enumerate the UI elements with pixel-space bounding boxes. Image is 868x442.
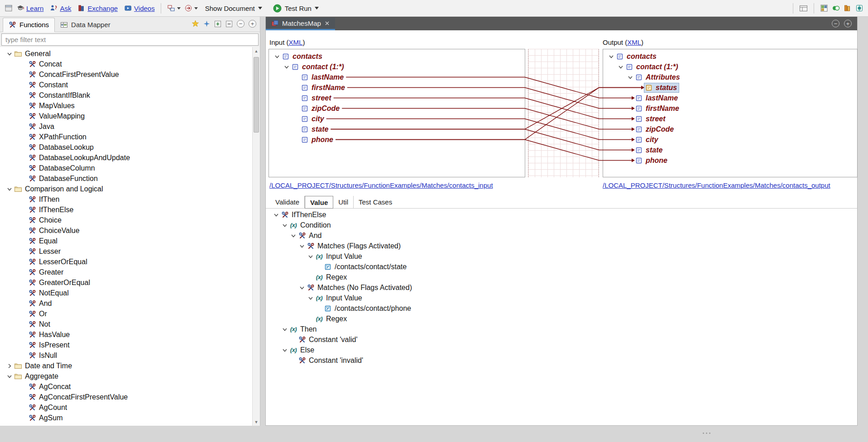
function-item[interactable]: AgConcat [0, 381, 252, 392]
chevron-down-icon[interactable] [7, 374, 12, 379]
tab-validate[interactable]: Validate [270, 196, 305, 208]
tab-util[interactable]: Util [333, 196, 354, 208]
chevron-down-icon[interactable] [274, 54, 280, 59]
learn-link[interactable]: Learn [16, 4, 43, 12]
function-category[interactable]: Date and Time [0, 361, 252, 371]
output-tree-item[interactable]: status [603, 82, 857, 93]
chevron-right-icon[interactable] [7, 363, 12, 369]
value-tree-item[interactable]: /contacts/contact/state [266, 261, 857, 272]
output-tree-item[interactable]: state [603, 145, 857, 155]
chevron-down-icon[interactable] [308, 295, 313, 301]
tab-test-cases[interactable]: Test Cases [354, 196, 397, 208]
input-tree-item[interactable]: lastName [269, 72, 525, 82]
input-tree-item[interactable]: phone [269, 134, 525, 145]
value-tree-item[interactable]: And [266, 230, 857, 241]
chevron-down-icon[interactable] [628, 75, 633, 80]
output-tree-item[interactable]: contact (1:*) [603, 62, 857, 72]
function-item[interactable]: XPathFunction [0, 132, 252, 142]
minimize-view-icon[interactable]: − [237, 20, 245, 28]
function-item[interactable]: ChoiceValue [0, 225, 252, 236]
value-tree-item[interactable]: (x)Else [266, 345, 857, 355]
output-tree-item[interactable]: zipCode [603, 124, 857, 134]
input-tree-item[interactable]: city [269, 114, 525, 124]
vertical-scrollbar[interactable]: ▲ ▼ [252, 47, 260, 426]
view-tab-data-mapper[interactable]: Data Mapper [55, 18, 116, 32]
output-xml-link[interactable]: XML [627, 38, 641, 46]
editor-tab-matchesmap[interactable]: MatchesMap [266, 18, 335, 30]
function-item[interactable]: Concat [0, 59, 252, 69]
workbench-icon[interactable] [5, 4, 13, 12]
output-structure-link[interactable]: /LOCAL_PROJECT/Structures/FunctionExampl… [603, 181, 830, 189]
function-item[interactable]: Choice [0, 215, 252, 225]
chevron-down-icon[interactable] [609, 54, 614, 59]
function-item[interactable]: IfThen [0, 194, 252, 204]
chevron-down-icon[interactable] [284, 64, 289, 70]
function-item[interactable]: DatabaseColumn [0, 163, 252, 173]
minimize-editor-icon[interactable]: − [832, 20, 839, 28]
function-item[interactable]: ValueMapping [0, 111, 252, 121]
maximize-editor-icon[interactable]: + [844, 20, 852, 28]
show-document-dropdown[interactable]: Show Document [205, 5, 262, 12]
function-item[interactable]: IsNull [0, 350, 252, 361]
value-tree-item[interactable]: /contacts/contact/phone [266, 303, 857, 314]
view-tab-functions[interactable]: Functions [3, 18, 55, 32]
ask-link-label[interactable]: Ask [60, 5, 71, 12]
value-tree-item[interactable]: (x)Condition [266, 220, 857, 230]
maximize-view-icon[interactable]: + [249, 20, 256, 28]
chevron-down-icon[interactable] [282, 223, 288, 228]
value-tree-item[interactable]: Constant 'valid' [266, 334, 857, 345]
output-tree-item[interactable]: Attributes [603, 72, 857, 82]
perspective-library-icon[interactable] [844, 4, 852, 12]
value-tree-item[interactable]: (x)Input Value [266, 293, 857, 303]
exchange-link-label[interactable]: Exchange [87, 5, 118, 12]
output-tree-item[interactable]: lastName [603, 93, 857, 103]
chevron-down-icon[interactable] [618, 64, 623, 70]
function-item[interactable]: MapValues [0, 100, 252, 111]
function-item[interactable]: IfThenElse [0, 204, 252, 215]
chevron-down-icon[interactable] [291, 233, 296, 238]
tab-value[interactable]: Value [305, 196, 333, 209]
perspective-misc-icon[interactable] [855, 4, 863, 12]
function-item[interactable]: HasValue [0, 329, 252, 340]
value-tree-item[interactable]: (x)Input Value [266, 251, 857, 261]
collapse-all-icon[interactable] [225, 20, 233, 28]
function-item[interactable]: GreaterOrEqual [0, 277, 252, 288]
output-tree-item[interactable]: phone [603, 155, 857, 166]
chevron-down-icon[interactable] [308, 254, 313, 259]
new-function-icon[interactable] [192, 20, 199, 28]
function-item[interactable]: Java [0, 121, 252, 132]
input-tree-item[interactable]: state [269, 124, 525, 134]
input-tree-item[interactable]: zipCode [269, 103, 525, 114]
mapping-tool-icon[interactable] [184, 4, 198, 12]
videos-link-label[interactable]: Videos [134, 5, 155, 12]
favorites-icon[interactable] [203, 20, 210, 27]
function-category[interactable]: General [0, 48, 252, 59]
output-tree-item[interactable]: street [603, 114, 857, 124]
function-filter-input[interactable] [1, 33, 259, 46]
scroll-down-icon[interactable]: ▼ [253, 418, 260, 426]
structure-tool-icon[interactable] [167, 4, 181, 12]
input-tree-item[interactable]: contact (1:*) [269, 62, 525, 72]
value-tree-item[interactable]: Constant 'invalid' [266, 355, 857, 366]
chevron-down-icon[interactable] [7, 51, 12, 57]
close-tab-icon[interactable] [325, 21, 330, 26]
output-tree-item[interactable]: firstName [603, 103, 857, 114]
output-tree-item[interactable]: city [603, 134, 857, 145]
input-structure-link[interactable]: /LOCAL_PROJECT/Structures/FunctionExampl… [269, 181, 493, 189]
function-item[interactable]: Greater [0, 267, 252, 277]
input-tree-item[interactable]: contacts [269, 51, 525, 62]
function-item[interactable]: DatabaseFunction [0, 173, 252, 184]
value-tree-item[interactable]: Matches (No Flags Activated) [266, 282, 857, 293]
ask-link[interactable]: Ask [50, 4, 71, 12]
function-item[interactable]: DatabaseLookupAndUpdate [0, 152, 252, 163]
learn-link-label[interactable]: Learn [26, 5, 43, 12]
function-item[interactable]: Or [0, 309, 252, 319]
function-item[interactable]: And [0, 298, 252, 309]
videos-link[interactable]: Videos [124, 4, 155, 12]
chevron-down-icon[interactable] [299, 285, 305, 290]
function-item[interactable]: LesserOrEqual [0, 257, 252, 267]
function-item[interactable]: Lesser [0, 246, 252, 257]
chevron-down-icon[interactable] [273, 212, 279, 218]
function-item[interactable]: NotEqual [0, 288, 252, 298]
test-run-button[interactable]: Test Run [273, 4, 319, 13]
